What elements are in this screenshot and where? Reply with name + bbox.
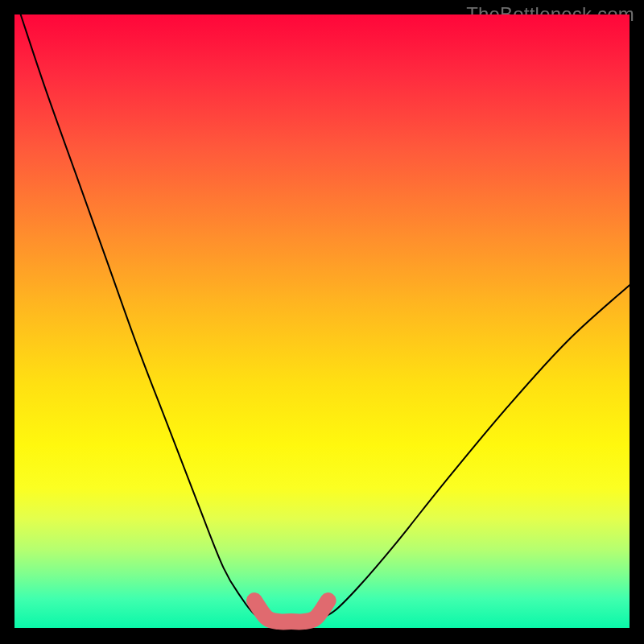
- plot-area: [14, 14, 630, 630]
- left-bottleneck-curve: [21, 14, 267, 621]
- chart-stage: TheBottleneck.com: [0, 0, 644, 644]
- bottleneck-highlight: [254, 601, 328, 621]
- curves-svg: [14, 14, 630, 630]
- right-bottleneck-curve: [316, 285, 630, 620]
